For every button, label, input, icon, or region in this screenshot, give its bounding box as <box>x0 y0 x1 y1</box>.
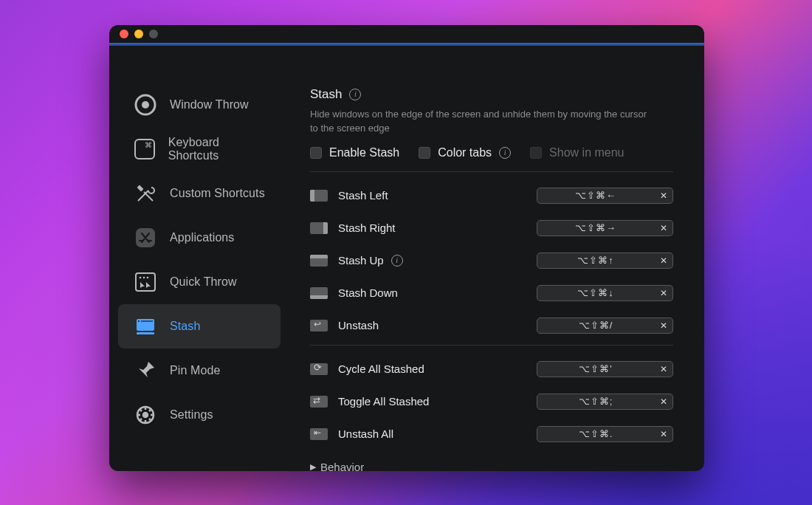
shortcut-row: Unstash⌥⇧⌘/✕ <box>310 309 673 342</box>
shortcut-field[interactable]: ⌥⇧⌘← <box>537 188 655 204</box>
sidebar-item-label: Applications <box>170 231 234 244</box>
shortcut-field[interactable]: ⌥⇧⌘; <box>537 394 655 410</box>
stash-left-icon <box>310 190 328 202</box>
sidebar-item-label: Quick Throw <box>170 275 237 289</box>
clear-shortcut-button[interactable]: ✕ <box>654 394 673 410</box>
svg-rect-5 <box>136 273 155 291</box>
sidebar-item-label: Settings <box>170 408 213 422</box>
shortcut-field[interactable]: ⌥⇧⌘' <box>537 361 655 377</box>
close-icon[interactable] <box>120 30 128 38</box>
svg-point-8 <box>147 277 149 279</box>
sidebar-item-settings[interactable]: Settings <box>118 393 281 437</box>
clear-shortcut-button[interactable]: ✕ <box>654 285 673 301</box>
clear-shortcut-button[interactable]: ✕ <box>654 188 673 204</box>
shortcut-row: Stash Upi⌥⇧⌘↑✕ <box>310 244 673 277</box>
option-label: Show in menu <box>549 146 624 159</box>
titlebar <box>109 25 704 43</box>
toggle-icon <box>310 396 328 408</box>
shortcut-row: Cycle All Stashed⌥⇧⌘'✕ <box>310 353 673 385</box>
clear-shortcut-button[interactable]: ✕ <box>654 361 673 377</box>
shortcut-label: Toggle All Stashed <box>338 395 537 408</box>
stash-icon <box>131 312 159 340</box>
svg-point-1 <box>142 101 149 109</box>
clear-shortcut-button[interactable]: ✕ <box>654 426 673 442</box>
shortcut-row: Stash Right⌥⇧⌘→✕ <box>310 212 673 244</box>
sidebar-item-window-throw[interactable]: Window Throw <box>118 83 281 127</box>
cursors-icon <box>131 268 159 296</box>
shortcut-field[interactable]: ⌥⇧⌘/ <box>537 317 655 334</box>
enable-stash-option[interactable]: Enable Stash <box>310 146 399 159</box>
info-icon[interactable]: i <box>391 255 403 267</box>
command-key-icon: ⌘ <box>131 135 158 163</box>
sidebar: Window Throw ⌘ Keyboard Shortcuts <box>109 46 289 471</box>
disclosure-triangle-icon: ▶ <box>310 462 316 471</box>
unstash-icon <box>310 320 328 331</box>
sidebar-item-label: Stash <box>170 320 200 333</box>
sidebar-item-label: Keyboard Shortcuts <box>168 136 267 162</box>
sidebar-item-keyboard-shortcuts[interactable]: ⌘ Keyboard Shortcuts <box>118 127 281 171</box>
gear-icon <box>131 401 159 429</box>
divider <box>310 171 673 172</box>
shortcut-label: Stash Right <box>338 221 537 234</box>
sidebar-item-label: Pin Mode <box>170 364 220 377</box>
svg-point-14 <box>143 413 148 417</box>
shortcut-label: Stash Left <box>338 189 537 202</box>
shortcut-row: Toggle All Stashed⌥⇧⌘;✕ <box>310 385 673 418</box>
unstash-all-icon <box>310 428 328 440</box>
shortcut-field[interactable]: ⌥⇧⌘↑ <box>537 252 655 269</box>
shortcut-row: Stash Down⌥⇧⌘↓✕ <box>310 277 673 309</box>
accent-bar <box>109 43 704 46</box>
clear-shortcut-button[interactable]: ✕ <box>654 317 673 334</box>
target-icon <box>131 91 159 119</box>
settings-panel: Stash i Hide windows on the edge of the … <box>289 46 704 471</box>
shortcut-field[interactable]: ⌥⇧⌘↓ <box>537 285 655 301</box>
checkbox-icon[interactable] <box>310 147 322 159</box>
shortcut-label: Stash Down <box>338 286 537 299</box>
svg-point-7 <box>143 277 145 279</box>
svg-rect-11 <box>141 320 153 322</box>
sidebar-item-label: Custom Shortcuts <box>170 187 265 200</box>
show-in-menu-option: Show in menu <box>530 146 624 159</box>
sidebar-item-applications[interactable]: Applications <box>118 216 281 260</box>
sidebar-item-custom-shortcuts[interactable]: Custom Shortcuts <box>118 171 281 216</box>
checkbox-icon <box>530 147 542 159</box>
app-store-icon <box>131 224 159 252</box>
divider <box>310 345 673 346</box>
shortcut-row: Stash Left⌥⇧⌘←✕ <box>310 179 673 212</box>
svg-rect-12 <box>137 332 154 334</box>
tools-icon <box>131 179 159 207</box>
shortcut-row: Unstash All⌥⇧⌘.✕ <box>310 418 673 450</box>
sidebar-item-stash[interactable]: Stash <box>118 304 281 348</box>
panel-title: Stash <box>310 87 342 102</box>
svg-point-6 <box>140 277 142 279</box>
shortcut-field[interactable]: ⌥⇧⌘. <box>537 426 655 442</box>
minimize-icon[interactable] <box>134 30 143 38</box>
app-window: Window Throw ⌘ Keyboard Shortcuts <box>109 25 704 471</box>
sidebar-item-quick-throw[interactable]: Quick Throw <box>118 260 281 304</box>
sidebar-item-label: Window Throw <box>170 98 249 111</box>
svg-text:⌘: ⌘ <box>145 141 152 149</box>
stash-down-icon <box>310 287 328 299</box>
behavior-disclosure[interactable]: ▶ Behavior <box>310 461 673 471</box>
checkbox-icon[interactable] <box>419 147 430 159</box>
zoom-icon[interactable] <box>149 30 158 38</box>
option-label: Color tabs <box>438 146 492 159</box>
stash-right-icon <box>310 222 328 234</box>
color-tabs-option[interactable]: Color tabs i <box>419 146 511 159</box>
shortcut-label: Cycle All Stashed <box>338 363 537 375</box>
option-label: Enable Stash <box>329 146 399 159</box>
clear-shortcut-button[interactable]: ✕ <box>654 252 673 269</box>
shortcut-label: Unstash <box>338 319 537 331</box>
shortcut-label: Stash Upi <box>338 254 537 267</box>
clear-shortcut-button[interactable]: ✕ <box>654 220 673 236</box>
shortcut-label: Unstash All <box>338 427 537 440</box>
info-icon[interactable]: i <box>349 89 361 100</box>
shortcut-field[interactable]: ⌥⇧⌘→ <box>537 220 655 236</box>
pin-icon <box>131 357 159 385</box>
stash-up-icon <box>310 255 328 267</box>
sidebar-item-pin-mode[interactable]: Pin Mode <box>118 348 281 393</box>
behavior-label: Behavior <box>320 461 364 471</box>
info-icon[interactable]: i <box>499 147 511 159</box>
svg-rect-10 <box>138 320 140 322</box>
panel-description: Hide windows on the edge of the screen a… <box>310 108 650 136</box>
